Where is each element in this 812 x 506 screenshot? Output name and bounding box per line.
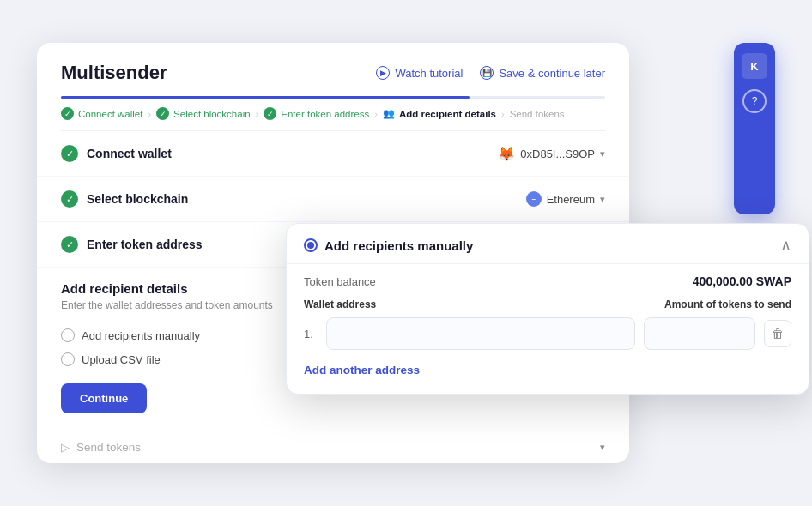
send-tokens-row: ▷ Send tokens ▾ (37, 427, 629, 467)
token-check: ✓ (61, 236, 78, 253)
steps-nav: ✓ Connect wallet › ✓ Select blockchain ›… (37, 99, 629, 120)
delete-row-button[interactable]: 🗑 (764, 320, 791, 347)
blockchain-label: Select blockchain (87, 192, 188, 206)
radio-manually[interactable] (61, 328, 75, 342)
save-continue-link[interactable]: 💾 Save & continue later (480, 66, 605, 80)
watch-tutorial-label: Watch tutorial (395, 67, 463, 80)
blockchain-check: ✓ (61, 190, 78, 208)
amount-input[interactable] (645, 328, 755, 340)
continue-button[interactable]: Continue (61, 383, 147, 413)
token-balance-row: Token balance 400,000.00 SWAP (287, 264, 809, 298)
step-label-token: Enter token address (281, 109, 369, 119)
step-label-blockchain: Select blockchain (173, 109, 251, 119)
token-label: Enter token address (87, 238, 203, 251)
select-blockchain-row: ✓ Select blockchain Ξ Ethereum ▾ (37, 177, 629, 222)
recipients-icon: 👥 (383, 108, 395, 119)
step-label-recipients: Add recipient details (399, 109, 496, 119)
token-left: ✓ Enter token address (61, 236, 203, 253)
progress-bar-container (61, 96, 605, 99)
table-headers: Wallet address Amount of tokens to send (304, 298, 791, 317)
connect-wallet-value[interactable]: 🦊 0xD85I...S9OP ▾ (498, 146, 605, 162)
step-label-send: Send tokens (510, 109, 565, 119)
sidebar-help-button[interactable]: ? (742, 89, 767, 113)
progress-bar-fill (61, 96, 470, 99)
step-check-connect: ✓ (61, 107, 74, 120)
row-number: 1. (304, 328, 318, 340)
option-csv-label: Upload CSV file (82, 353, 161, 366)
radio-csv[interactable] (61, 352, 75, 366)
send-tokens-chevron-icon: ▾ (600, 442, 605, 453)
right-sidebar: K ? (734, 43, 775, 214)
radio-dot (307, 242, 314, 249)
blockchain-value[interactable]: Ξ Ethereum ▾ (526, 191, 605, 207)
connect-wallet-label: Connect wallet (87, 147, 172, 160)
amount-input-wrapper: SWAP (644, 317, 755, 350)
watch-tutorial-link[interactable]: ▶ Watch tutorial (376, 66, 463, 80)
card-header: Multisender ▶ Watch tutorial 💾 Save & co… (37, 43, 629, 84)
step-arrow-1: › (148, 109, 151, 119)
blockchain-name: Ethereum (547, 193, 595, 206)
radio-filled-icon (304, 238, 318, 252)
step-arrow-2: › (256, 109, 259, 119)
blockchain-chevron-icon: ▾ (600, 194, 605, 205)
chevron-down-icon: ▾ (600, 148, 605, 160)
send-tokens-left: ▷ Send tokens (61, 441, 141, 454)
blockchain-left: ✓ Select blockchain (61, 190, 188, 208)
connect-wallet-left: ✓ Connect wallet (61, 145, 172, 162)
step-connect-wallet[interactable]: ✓ Connect wallet (61, 107, 142, 120)
overlay-title-text: Add recipients manually (324, 238, 473, 253)
save-continue-label: Save & continue later (499, 67, 605, 80)
step-send-tokens[interactable]: Send tokens (510, 109, 565, 119)
header-actions: ▶ Watch tutorial 💾 Save & continue later (376, 66, 605, 80)
step-arrow-4: › (501, 109, 505, 119)
option-manually-label: Add recipients manually (82, 329, 200, 342)
wallet-address-input[interactable] (326, 317, 635, 350)
send-tokens-label: Send tokens (76, 441, 141, 454)
overlay-header: Add recipients manually ∧ (287, 224, 809, 264)
step-arrow-3: › (374, 109, 378, 119)
play-icon: ▶ (376, 66, 390, 80)
wallet-address: 0xD85I...S9OP (520, 148, 595, 160)
overlay-title-wrapper: Add recipients manually (304, 238, 473, 253)
token-balance-label: Token balance (304, 275, 376, 288)
step-check-token: ✓ (264, 107, 276, 120)
wallet-address-header: Wallet address (304, 298, 376, 310)
add-another-label: Add another address (304, 364, 420, 376)
ethereum-icon: Ξ (526, 191, 542, 207)
step-check-blockchain: ✓ (156, 107, 169, 120)
app-title: Multisender (61, 62, 167, 84)
step-enter-token[interactable]: ✓ Enter token address (264, 107, 369, 120)
recipients-table: Wallet address Amount of tokens to send … (287, 298, 809, 394)
save-icon: 💾 (480, 66, 494, 80)
connect-wallet-check: ✓ (61, 145, 78, 162)
metamask-icon: 🦊 (498, 146, 515, 162)
send-tokens-icon: ▷ (61, 441, 70, 454)
add-another-address-button[interactable]: Add another address (304, 357, 420, 380)
amount-header: Amount of tokens to send (664, 298, 791, 310)
connect-wallet-row: ✓ Connect wallet 🦊 0xD85I...S9OP ▾ (37, 131, 629, 177)
collapse-icon[interactable]: ∧ (780, 238, 791, 253)
step-add-recipients[interactable]: 👥 Add recipient details (383, 108, 496, 119)
step-label-connect: Connect wallet (78, 109, 142, 119)
table-row: 1. SWAP 🗑 (304, 317, 791, 350)
token-balance-value: 400,000.00 SWAP (693, 274, 791, 288)
sidebar-k-button[interactable]: K (742, 53, 767, 79)
step-select-blockchain[interactable]: ✓ Select blockchain (156, 107, 251, 120)
overlay-card: Add recipients manually ∧ Token balance … (286, 223, 809, 395)
